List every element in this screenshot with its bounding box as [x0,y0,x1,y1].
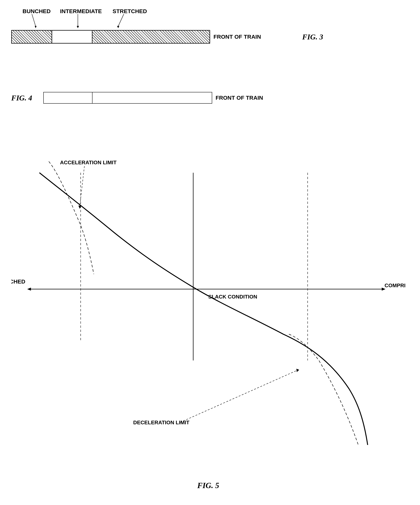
decel-label-arrow-line [180,370,298,423]
slack-condition-label: SLACK CONDITION [208,294,257,300]
fig4-segment-left [44,92,93,103]
fig4-title: FIG. 4 [11,94,32,102]
fig5-title: FIG. 5 [197,481,219,490]
stretched-arrow-head [117,26,119,28]
deceleration-limit-label: DECELERATION LIMIT [133,420,190,425]
bunched-arrow-line [32,14,36,26]
deceleration-limit-curve [289,334,358,445]
main-curve [39,173,368,445]
fig4-train-bar [43,92,212,104]
page-container: BUNCHED INTERMEDIATE STRETCHED [0,0,420,505]
fig3-train-row: FRONT OF TRAIN FIG. 3 [11,30,323,44]
bunched-label: BUNCHED [23,8,51,14]
stretched-label-fig3: STRETCHED [112,8,147,14]
bunched-arrow-head [35,26,37,28]
fig3-intermediate-segment [52,31,93,43]
acceleration-limit-curve [49,161,94,274]
fig5-svg: STRETCHED COMPRESSED SLACK CONDITION ACC… [11,135,405,482]
decel-label-arrow-head [296,369,299,372]
intermediate-arrow-head [77,26,79,28]
accel-label-arrow-line [80,166,84,207]
stretched-arrow-line [118,14,124,26]
fig3-stretched-segment [93,31,210,43]
fig4-segment-right [93,92,212,103]
fig3-train-bar [11,30,210,44]
fig3-front-of-train-label: FRONT OF TRAIN [213,34,261,40]
stretched-axis-arrow [27,288,31,290]
intermediate-label: INTERMEDIATE [60,8,102,14]
fig4-section: FIG. 4 FRONT OF TRAIN [11,92,263,104]
stretched-axis-label: STRETCHED [11,278,25,284]
acceleration-limit-label: ACCELERATION LIMIT [60,160,117,165]
fig3-title: FIG. 3 [302,32,323,41]
fig4-front-of-train-label: FRONT OF TRAIN [216,95,263,101]
fig3-bunched-segment [12,31,52,43]
compressed-label: COMPRESSED [384,283,405,288]
fig5-section: STRETCHED COMPRESSED SLACK CONDITION ACC… [11,135,405,492]
